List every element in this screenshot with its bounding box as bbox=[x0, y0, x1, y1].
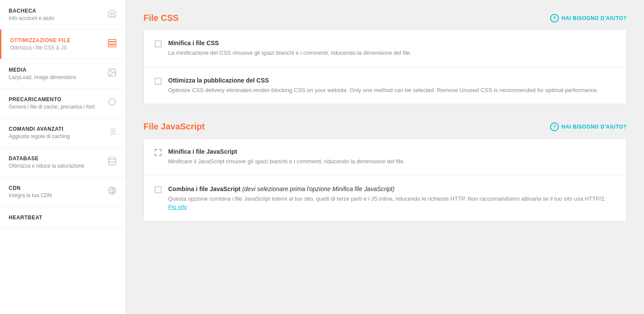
card-row-text-minifica-css: Minifica i file CSS La minificazione del… bbox=[168, 40, 412, 57]
sidebar-item-subtitle-database: Ottimizza e riduce la saturazione bbox=[9, 163, 103, 169]
sidebar-item-media[interactable]: MEDIA LazyLoad, image dimensions bbox=[0, 59, 126, 89]
checkbox-wrap-ottimizza-pubblicazione-css bbox=[155, 78, 162, 86]
section-title-file-javascript: File JavaScript bbox=[143, 122, 205, 132]
card-file-javascript: Minifica i file JavaScript Minificare il… bbox=[143, 138, 627, 221]
sidebar-item-subtitle-media: LazyLoad, image dimensions bbox=[9, 74, 103, 80]
card-row-combina-js: Combina i file JavaScript (devi selezion… bbox=[144, 176, 626, 221]
svg-point-11 bbox=[109, 157, 116, 160]
sidebar-item-title-heartbeat: HEARTBEAT bbox=[9, 215, 113, 221]
sidebar-item-database[interactable]: DATABASE Ottimizza e riduce la saturazio… bbox=[0, 148, 126, 177]
sidebar-icon-database bbox=[107, 156, 117, 168]
help-label-file-javascript: HAI BISOGNO D'AIUTO? bbox=[561, 124, 627, 130]
sidebar-item-title-bacheca: BACHECA bbox=[9, 8, 103, 14]
svg-rect-0 bbox=[108, 40, 116, 42]
checkbox-wrap-combina-js bbox=[155, 186, 162, 195]
sidebar-item-cdn[interactable]: CDN Integra la tua CDN bbox=[0, 177, 126, 207]
card-row-desc-ottimizza-pubblicazione-css: Optimize CSS delivery eliminates render-… bbox=[168, 86, 598, 95]
sidebar-item-subtitle-cdn: Integra la tua CDN bbox=[9, 192, 103, 198]
sidebar-item-title-media: MEDIA bbox=[9, 67, 103, 73]
help-label-file-css: HAI BISOGNO D'AIUTO? bbox=[561, 15, 627, 21]
card-row-desc-minifica-js: Minificare il JavaScript rimuove gli spa… bbox=[168, 157, 405, 166]
sidebar-item-title-ottimizzazione-file: OTTIMIZZAZIONE FILE bbox=[10, 37, 103, 43]
sidebar-item-text-media: MEDIA LazyLoad, image dimensions bbox=[9, 67, 103, 80]
sidebar-item-bacheca[interactable]: BACHECA Info account e aiuto bbox=[0, 0, 126, 30]
card-row-label-combina-js: Combina i file JavaScript (devi selezion… bbox=[168, 185, 615, 192]
sidebar-item-heartbeat[interactable]: HEARTBEAT bbox=[0, 207, 126, 229]
svg-rect-1 bbox=[108, 42, 116, 44]
checkbox-wrap-minifica-css bbox=[155, 40, 162, 49]
sidebar-item-title-cdn: CDN bbox=[9, 185, 103, 191]
svg-rect-2 bbox=[108, 45, 116, 47]
help-icon-file-javascript: ? bbox=[550, 122, 559, 131]
checkbox-wrap-minifica-js bbox=[155, 149, 162, 158]
sidebar-icon-precaricamento bbox=[107, 97, 117, 109]
card-row-desc-minifica-css: La minificazione del CSS rimuove gli spa… bbox=[168, 49, 412, 57]
svg-point-4 bbox=[110, 70, 111, 72]
sidebar-item-precaricamento[interactable]: PRECARICAMENTO Genera i file di cache, p… bbox=[0, 89, 126, 118]
card-row-label-minifica-js: Minifica i file JavaScript bbox=[168, 148, 405, 155]
help-link-file-javascript[interactable]: ?HAI BISOGNO D'AIUTO? bbox=[550, 122, 627, 131]
sidebar-item-subtitle-precaricamento: Genera i file di cache, precarica i font bbox=[9, 104, 103, 110]
section-file-javascript: File JavaScript?HAI BISOGNO D'AIUTO? Min… bbox=[143, 122, 627, 221]
section-file-css: File CSS?HAI BISOGNO D'AIUTO? Minifica i… bbox=[143, 13, 627, 104]
help-link-file-css[interactable]: ?HAI BISOGNO D'AIUTO? bbox=[550, 14, 627, 23]
card-row-ottimizza-pubblicazione-css: Ottimizza la pubblicazione del CSS Optim… bbox=[144, 67, 626, 104]
sidebar-item-text-comandi-avanzati: COMANDI AVANZATI Aggiusta regole di cach… bbox=[9, 126, 103, 139]
sidebar-item-text-bacheca: BACHECA Info account e aiuto bbox=[9, 8, 103, 21]
sidebar-item-text-ottimizzazione-file: OTTIMIZZAZIONE FILE Ottimizza i file CSS… bbox=[10, 37, 103, 51]
sidebar-item-ottimizzazione-file[interactable]: OTTIMIZZAZIONE FILE Ottimizza i file CSS… bbox=[0, 30, 126, 59]
sidebar-item-text-database: DATABASE Ottimizza e riduce la saturazio… bbox=[9, 155, 103, 169]
sidebar-item-title-comandi-avanzati: COMANDI AVANZATI bbox=[9, 126, 103, 132]
sidebar-item-subtitle-comandi-avanzati: Aggiusta regole di caching bbox=[9, 133, 103, 139]
checkbox-combina-js[interactable] bbox=[155, 186, 162, 193]
section-title-file-css: File CSS bbox=[143, 13, 179, 23]
sidebar: BACHECA Info account e aiuto OTTIMIZZAZI… bbox=[0, 0, 126, 314]
checkbox-ottimizza-pubblicazione-css[interactable] bbox=[155, 78, 162, 85]
sidebar-icon-cdn bbox=[107, 186, 117, 198]
card-row-text-minifica-js: Minifica i file JavaScript Minificare il… bbox=[168, 148, 405, 166]
card-row-text-combina-js: Combina i file JavaScript (devi selezion… bbox=[168, 185, 615, 212]
section-header-file-css: File CSS?HAI BISOGNO D'AIUTO? bbox=[143, 13, 627, 23]
card-row-label-minifica-css: Minifica i file CSS bbox=[168, 40, 412, 46]
sidebar-icon-ottimizzazione-file bbox=[107, 38, 117, 50]
checkbox-minifica-css[interactable] bbox=[155, 40, 162, 47]
sidebar-item-subtitle-ottimizzazione-file: Ottimizza i file CSS & JS bbox=[10, 45, 103, 51]
card-row-label-ottimizza-pubblicazione-css: Ottimizza la pubblicazione del CSS bbox=[168, 77, 598, 84]
sidebar-item-text-precaricamento: PRECARICAMENTO Genera i file di cache, p… bbox=[9, 96, 103, 110]
card-row-text-ottimizza-pubblicazione-css: Ottimizza la pubblicazione del CSS Optim… bbox=[168, 77, 598, 95]
card-row-minifica-js: Minifica i file JavaScript Minificare il… bbox=[144, 139, 626, 176]
sidebar-icon-media bbox=[107, 68, 117, 79]
card-row-minifica-css: Minifica i file CSS La minificazione del… bbox=[144, 30, 626, 67]
sidebar-item-text-heartbeat: HEARTBEAT bbox=[9, 215, 113, 221]
sidebar-item-title-database: DATABASE bbox=[9, 155, 103, 162]
checkbox-minifica-js[interactable] bbox=[155, 149, 162, 156]
more-info-link-combina-js[interactable]: Più info bbox=[168, 204, 187, 210]
sidebar-item-text-cdn: CDN Integra la tua CDN bbox=[9, 185, 103, 198]
main-content: File CSS?HAI BISOGNO D'AIUTO? Minifica i… bbox=[126, 0, 644, 314]
sidebar-item-comandi-avanzati[interactable]: COMANDI AVANZATI Aggiusta regole di cach… bbox=[0, 118, 126, 148]
sidebar-icon-bacheca bbox=[107, 9, 117, 20]
sidebar-item-subtitle-bacheca: Info account e aiuto bbox=[9, 15, 103, 21]
card-file-css: Minifica i file CSS La minificazione del… bbox=[143, 30, 627, 104]
section-header-file-javascript: File JavaScript?HAI BISOGNO D'AIUTO? bbox=[143, 122, 627, 132]
card-row-desc-combina-js: Questa opzione combina i file JavaScript… bbox=[168, 195, 615, 212]
sidebar-item-title-precaricamento: PRECARICAMENTO bbox=[9, 96, 103, 102]
help-icon-file-css: ? bbox=[550, 14, 559, 23]
sidebar-icon-comandi-avanzati bbox=[107, 127, 117, 139]
